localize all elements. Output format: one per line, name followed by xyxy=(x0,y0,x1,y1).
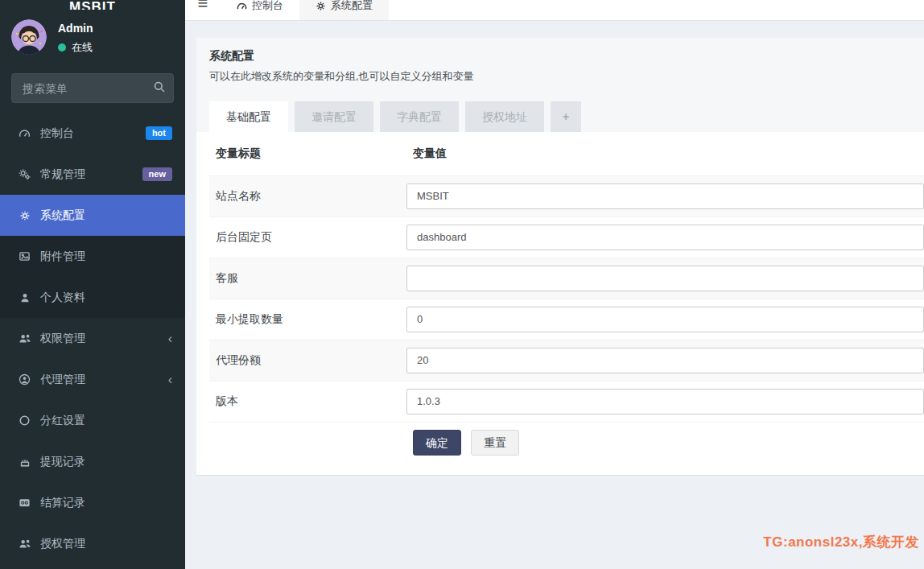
sidebar-item-permissions[interactable]: 权限管理 ‹ xyxy=(0,318,185,359)
agent-share-input[interactable] xyxy=(406,348,924,373)
new-badge: new xyxy=(142,167,172,181)
circle-icon xyxy=(18,414,31,427)
sidebar-item-label: 结算记录 xyxy=(40,496,85,510)
online-status-label: 在线 xyxy=(72,40,93,55)
table-header-row: 变量标题 变量值 xyxy=(209,132,924,175)
sidebar-item-profile[interactable]: 个人资料 xyxy=(0,277,185,318)
field-label: 版本 xyxy=(209,381,406,422)
sidebar-item-label: 代理管理 xyxy=(40,373,85,387)
users-icon xyxy=(18,538,31,550)
user-circle-icon xyxy=(18,373,31,386)
user-name: Admin xyxy=(58,22,93,35)
app-logo[interactable]: MSBIT xyxy=(0,0,185,10)
config-tabs: 基础配置 邀请配置 字典配置 授权地址 + xyxy=(209,101,911,132)
user-icon xyxy=(18,292,31,303)
tachometer-icon xyxy=(237,1,247,11)
search-icon[interactable] xyxy=(153,80,166,93)
avatar[interactable] xyxy=(11,19,47,55)
top-navbar: ≡ 控制台 系统配置 xyxy=(185,0,924,21)
search-input[interactable] xyxy=(11,73,174,103)
cogs-icon xyxy=(18,168,31,180)
sidebar-menu: 控制台 hot 常规管理 new 系统 xyxy=(0,113,185,564)
sidebar: MSBIT Admin 在线 xyxy=(0,0,185,569)
sidebar-item-label: 提现记录 xyxy=(40,455,85,469)
sidebar-item-withdrawals[interactable]: 提现记录 xyxy=(0,441,185,482)
online-status-dot xyxy=(58,43,66,52)
main-content: 系统配置 可以在此增改系统的变量和分组,也可以自定义分组和变量 基础配置 邀请配… xyxy=(185,21,924,569)
sidebar-item-label: 个人资料 xyxy=(40,291,85,305)
field-label: 后台固定页 xyxy=(209,216,406,258)
panel-title: 系统配置 xyxy=(209,49,911,64)
min-withdrawal-input[interactable] xyxy=(406,307,924,332)
column-header-title: 变量标题 xyxy=(209,132,406,175)
table-row: 站点名称 xyxy=(209,175,924,216)
navbar-tab-system-config[interactable]: 系统配置 xyxy=(299,0,389,20)
sidebar-item-agents[interactable]: 代理管理 ‹ xyxy=(0,359,185,400)
user-panel: Admin 在线 xyxy=(0,10,185,63)
gear-icon xyxy=(316,1,326,11)
field-label: 代理份额 xyxy=(209,340,406,381)
chevron-left-icon: ‹ xyxy=(168,373,172,386)
image-icon xyxy=(18,250,31,262)
sidebar-item-label: 常规管理 xyxy=(40,167,85,182)
chevron-left-icon: ‹ xyxy=(168,332,172,345)
table-row: 版本 xyxy=(209,381,924,422)
sidebar-item-label: 分红设置 xyxy=(40,414,85,428)
sidebar-item-general[interactable]: 常规管理 new xyxy=(0,154,185,195)
field-label: 站点名称 xyxy=(209,175,406,216)
sidebar-item-label: 系统配置 xyxy=(40,208,85,223)
table-row: 后台固定页 xyxy=(209,216,924,258)
table-row: 代理份额 xyxy=(209,340,924,381)
field-label: 最小提取数量 xyxy=(209,299,406,340)
navbar-tab-console[interactable]: 控制台 xyxy=(221,0,299,20)
sidebar-item-label: 授权管理 xyxy=(40,537,85,551)
sidebar-item-dividends[interactable]: 分红设置 xyxy=(0,400,185,441)
sidebar-submenu: 系统配置 附件管理 个人资料 xyxy=(0,195,185,318)
backend-page-input[interactable] xyxy=(406,225,924,250)
submit-button[interactable]: 确定 xyxy=(413,430,461,456)
table-row: 最小提取数量 xyxy=(209,299,924,340)
gear-icon xyxy=(18,210,31,221)
hot-badge: hot xyxy=(146,126,172,140)
reset-button[interactable]: 重置 xyxy=(471,430,519,456)
sidebar-item-label: 控制台 xyxy=(40,126,74,141)
sidebar-item-console[interactable]: 控制台 hot xyxy=(0,113,185,154)
sidebar-item-label: 附件管理 xyxy=(40,249,85,264)
panel-body: 变量标题 变量值 站点名称 后台固定页 客服 xyxy=(196,132,924,463)
site-name-input[interactable] xyxy=(406,183,924,209)
form-actions: 确定 重置 xyxy=(413,423,924,464)
config-panel: 系统配置 可以在此增改系统的变量和分组,也可以自定义分组和变量 基础配置 邀请配… xyxy=(196,38,924,475)
sidebar-search xyxy=(11,73,174,103)
customer-service-input[interactable] xyxy=(406,266,924,291)
tab-dictionary-config[interactable]: 字典配置 xyxy=(380,101,459,132)
watermark-text: TG:anonsl23x,系统开发 xyxy=(763,533,919,551)
navbar-tab-label: 控制台 xyxy=(252,0,283,13)
table-row: 客服 xyxy=(209,258,924,299)
users-icon xyxy=(18,332,31,344)
panel-subtitle: 可以在此增改系统的变量和分组,也可以自定义分组和变量 xyxy=(209,69,911,84)
panel-heading: 系统配置 可以在此增改系统的变量和分组,也可以自定义分组和变量 基础配置 邀请配… xyxy=(196,38,924,132)
cc-icon xyxy=(18,497,31,509)
hamburger-menu-icon[interactable]: ≡ xyxy=(185,0,221,14)
config-table: 变量标题 变量值 站点名称 后台固定页 客服 xyxy=(209,132,924,423)
sidebar-item-system-config[interactable]: 系统配置 xyxy=(0,195,185,236)
sidebar-item-authorization[interactable]: 授权管理 xyxy=(0,523,185,564)
sidebar-item-settlements[interactable]: 结算记录 xyxy=(0,482,185,523)
sidebar-item-label: 权限管理 xyxy=(40,332,85,346)
column-header-value: 变量值 xyxy=(406,132,924,175)
tab-auth-address[interactable]: 授权地址 xyxy=(465,101,544,132)
cake-icon xyxy=(18,456,31,468)
navbar-tab-label: 系统配置 xyxy=(331,0,373,13)
add-tab-button[interactable]: + xyxy=(551,101,581,132)
tachometer-icon xyxy=(18,127,31,139)
tab-basic-config[interactable]: 基础配置 xyxy=(209,101,288,132)
sidebar-item-attachments[interactable]: 附件管理 xyxy=(0,236,185,277)
tab-invite-config[interactable]: 邀请配置 xyxy=(295,101,373,132)
field-label: 客服 xyxy=(209,258,406,299)
version-input[interactable] xyxy=(406,389,924,414)
